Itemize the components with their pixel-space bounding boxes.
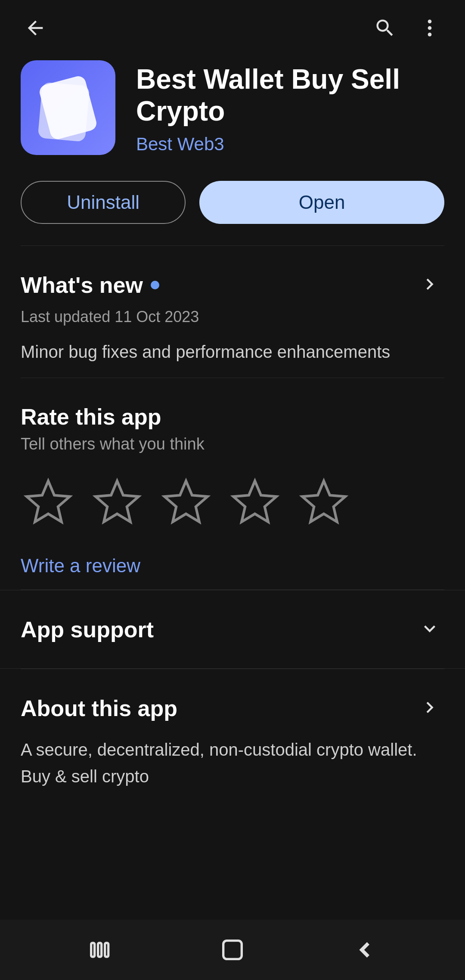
action-buttons: Uninstall Open [0, 172, 465, 245]
app-info: Best Wallet Buy Sell Crypto Best Web3 [136, 60, 444, 155]
blue-dot-indicator [151, 281, 159, 289]
whats-new-arrow-button[interactable] [415, 270, 444, 300]
svg-point-0 [428, 20, 432, 24]
svg-rect-6 [223, 941, 242, 959]
app-developer[interactable]: Best Web3 [136, 134, 444, 155]
uninstall-button[interactable]: Uninstall [21, 181, 186, 224]
app-support-title: App support [21, 617, 154, 642]
whats-new-title: What's new [21, 272, 143, 298]
search-button[interactable] [370, 13, 400, 43]
about-arrow-button[interactable] [415, 693, 444, 723]
rate-title: Rate this app [21, 404, 444, 430]
last-updated-text: Last updated 11 Oct 2023 [21, 308, 444, 326]
app-support-header[interactable]: App support [21, 614, 444, 645]
app-icon [21, 60, 115, 155]
svg-rect-3 [91, 943, 95, 957]
update-description: Minor bug fixes and performance enhancem… [21, 339, 444, 365]
rate-section: Rate this app Tell others what you think [0, 378, 465, 589]
stars-row [21, 475, 444, 531]
whats-new-header: What's new [21, 270, 444, 300]
svg-rect-4 [98, 943, 102, 957]
rate-subtitle: Tell others what you think [21, 435, 444, 453]
star-5[interactable] [296, 475, 351, 531]
about-section: About this app A secure, decentralized, … [0, 669, 465, 807]
app-title: Best Wallet Buy Sell Crypto [136, 64, 444, 127]
about-title: About this app [21, 695, 177, 721]
top-bar [0, 0, 465, 47]
open-button[interactable]: Open [199, 181, 444, 224]
svg-point-1 [428, 26, 432, 30]
home-button[interactable] [212, 929, 253, 971]
app-header: Best Wallet Buy Sell Crypto Best Web3 [0, 47, 465, 172]
app-icon-inner [40, 80, 96, 136]
svg-rect-5 [105, 943, 108, 957]
more-options-button[interactable] [415, 13, 444, 43]
star-3[interactable] [158, 475, 214, 531]
top-bar-actions [370, 13, 444, 43]
back-button[interactable] [21, 13, 50, 43]
bottom-spacer [0, 807, 465, 876]
svg-point-2 [428, 33, 432, 37]
back-nav-button[interactable] [344, 929, 385, 971]
whats-new-title-row: What's new [21, 272, 159, 298]
about-header: About this app [21, 693, 444, 723]
app-support-chevron[interactable] [415, 614, 444, 645]
about-description: A secure, decentralized, non-custodial c… [21, 736, 444, 790]
recent-apps-button[interactable] [80, 929, 121, 971]
bottom-nav [0, 920, 465, 980]
write-review-button[interactable]: Write a review [21, 555, 140, 577]
star-1[interactable] [21, 475, 76, 531]
star-2[interactable] [90, 475, 145, 531]
app-support-section: App support [0, 590, 465, 669]
star-4[interactable] [227, 475, 282, 531]
whats-new-section: What's new Last updated 11 Oct 2023 Mino… [0, 246, 465, 378]
